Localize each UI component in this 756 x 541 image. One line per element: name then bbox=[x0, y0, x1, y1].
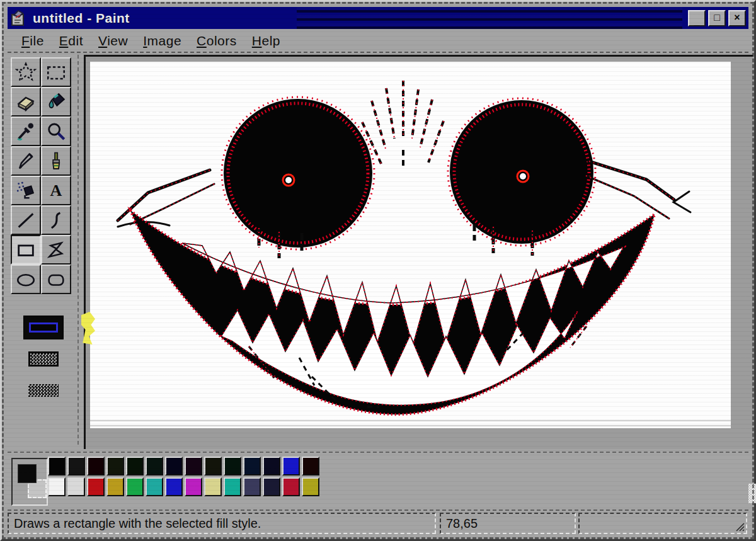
color-palette bbox=[8, 452, 748, 512]
tool-curve[interactable] bbox=[41, 205, 71, 235]
palette-swatch[interactable] bbox=[87, 477, 105, 496]
menu-file[interactable]: File bbox=[15, 31, 53, 50]
foreground-color-swatch bbox=[18, 464, 37, 483]
palette-swatch[interactable] bbox=[282, 477, 300, 496]
tool-free-form-select[interactable] bbox=[11, 57, 41, 87]
palette-swatch[interactable] bbox=[126, 477, 144, 496]
palette-swatch[interactable] bbox=[243, 457, 261, 476]
tool-ellipse[interactable] bbox=[11, 265, 41, 294]
window-title: untitled - Paint bbox=[33, 11, 130, 26]
text-icon: A bbox=[50, 181, 62, 200]
palette-swatch[interactable] bbox=[67, 477, 85, 496]
fill-style-outline-with-fill[interactable] bbox=[23, 347, 64, 371]
titlebar-glitch-texture bbox=[297, 7, 682, 29]
eraser-icon bbox=[15, 91, 37, 113]
title-bar: untitled - Paint _ □ × bbox=[8, 7, 748, 29]
tool-select[interactable] bbox=[41, 57, 71, 87]
fill-style-fill-only[interactable] bbox=[23, 379, 64, 402]
palette-swatch[interactable] bbox=[126, 457, 144, 476]
menu-image[interactable]: Image bbox=[137, 31, 190, 50]
status-message: Draws a rectangle with the selected fill… bbox=[8, 513, 436, 534]
tool-brush[interactable] bbox=[41, 146, 71, 176]
outline-only-icon bbox=[29, 322, 58, 333]
palette-swatch[interactable] bbox=[282, 457, 300, 476]
tool-line[interactable] bbox=[11, 205, 41, 235]
palette-swatch[interactable] bbox=[106, 477, 124, 496]
tool-eraser[interactable] bbox=[11, 87, 41, 117]
tool-text[interactable]: A bbox=[41, 176, 71, 205]
menu-bar: File Edit View Image Colors Help bbox=[8, 30, 748, 53]
palette-swatch[interactable] bbox=[106, 457, 124, 476]
canvas-area bbox=[84, 55, 753, 449]
maximize-button[interactable]: □ bbox=[708, 10, 726, 26]
palette-swatch[interactable] bbox=[204, 477, 222, 496]
polygon-icon bbox=[45, 239, 67, 261]
resize-grip-icon[interactable] bbox=[735, 521, 745, 532]
eyedropper-icon bbox=[15, 121, 37, 142]
outline-with-fill-icon bbox=[28, 351, 59, 367]
palette-swatch[interactable] bbox=[185, 477, 202, 496]
tool-fill-with-color[interactable] bbox=[41, 87, 71, 117]
palette-swatch[interactable] bbox=[224, 477, 241, 496]
tool-polygon[interactable] bbox=[41, 235, 71, 265]
curve-icon bbox=[45, 210, 67, 231]
creepy-face-drawing bbox=[90, 62, 731, 418]
palette-swatch[interactable] bbox=[204, 457, 222, 476]
palette-swatch[interactable] bbox=[146, 477, 163, 496]
paint-window: untitled - Paint _ □ × File Edit View Im… bbox=[0, 0, 756, 541]
tool-pick-color[interactable] bbox=[11, 117, 41, 146]
tool-rounded-rectangle[interactable] bbox=[41, 265, 71, 294]
current-colors-indicator[interactable] bbox=[11, 458, 48, 506]
menu-view[interactable]: View bbox=[92, 31, 137, 50]
palette-swatch[interactable] bbox=[146, 457, 163, 476]
tool-pencil[interactable] bbox=[11, 146, 41, 176]
palette-swatch[interactable] bbox=[263, 477, 280, 496]
status-extra-panel bbox=[578, 513, 747, 534]
tool-box: A bbox=[8, 55, 79, 445]
tool-magnifier[interactable] bbox=[41, 117, 71, 146]
magnifier-icon bbox=[45, 121, 67, 142]
pencil-icon bbox=[15, 151, 37, 172]
free-form-select-icon bbox=[15, 62, 37, 83]
canvas-edge-glitch bbox=[90, 419, 731, 428]
fill-only-icon bbox=[28, 384, 59, 397]
drawing-canvas[interactable] bbox=[90, 62, 731, 428]
rectangle-icon bbox=[15, 239, 37, 261]
palette-swatch[interactable] bbox=[87, 457, 105, 476]
menu-colors[interactable]: Colors bbox=[190, 31, 246, 50]
palette-swatch[interactable] bbox=[48, 457, 66, 476]
fill-style-outline-only[interactable] bbox=[23, 316, 64, 339]
palette-swatch[interactable] bbox=[165, 457, 183, 476]
line-icon bbox=[15, 210, 37, 231]
status-bar: Draws a rectangle with the selected fill… bbox=[8, 510, 748, 535]
palette-swatch[interactable] bbox=[302, 457, 319, 476]
palette-swatch[interactable] bbox=[243, 477, 261, 496]
brush-icon bbox=[45, 151, 67, 172]
select-icon bbox=[45, 62, 67, 83]
menu-edit[interactable]: Edit bbox=[53, 31, 92, 50]
airbrush-icon bbox=[15, 180, 37, 202]
palette-swatch[interactable] bbox=[67, 457, 85, 476]
tool-airbrush[interactable] bbox=[11, 176, 41, 205]
palette-swatch[interactable] bbox=[302, 477, 319, 496]
palette-swatch[interactable] bbox=[165, 477, 183, 496]
fill-bucket-icon bbox=[45, 91, 67, 113]
palette-swatch[interactable] bbox=[48, 477, 66, 496]
minimize-button[interactable]: _ bbox=[688, 10, 706, 26]
palette-swatch[interactable] bbox=[263, 457, 280, 476]
tool-rectangle[interactable] bbox=[11, 235, 41, 265]
palette-swatches bbox=[48, 457, 319, 496]
ellipse-icon bbox=[15, 269, 37, 290]
palette-swatch[interactable] bbox=[185, 457, 202, 476]
cursor-coordinates: 78,65 bbox=[440, 513, 576, 534]
paint-app-icon bbox=[10, 9, 28, 27]
menu-help[interactable]: Help bbox=[246, 31, 289, 50]
palette-swatch[interactable] bbox=[224, 457, 241, 476]
close-button[interactable]: × bbox=[728, 10, 746, 26]
rounded-rectangle-icon bbox=[45, 269, 67, 290]
fill-style-selector bbox=[20, 312, 67, 406]
